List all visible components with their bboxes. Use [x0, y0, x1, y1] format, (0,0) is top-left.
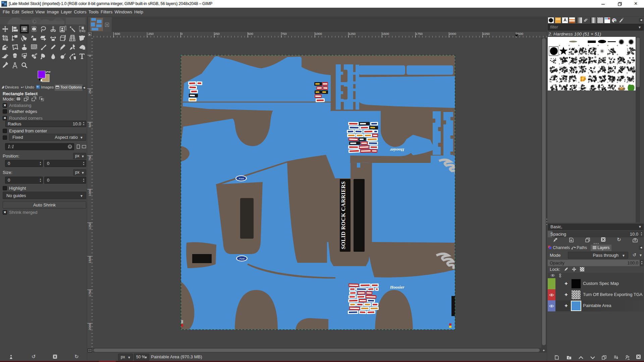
svg-text:+: +: [558, 62, 560, 66]
svg-text:+: +: [568, 53, 570, 56]
svg-text:+: +: [626, 90, 628, 90]
svg-text:+: +: [588, 44, 589, 47]
svg-text:+: +: [616, 81, 618, 84]
svg-text:+: +: [568, 44, 570, 47]
svg-text:+: +: [626, 44, 628, 47]
svg-text:+: +: [558, 53, 560, 56]
svg-text:+: +: [607, 53, 608, 56]
svg-text:+: +: [578, 81, 580, 84]
svg-text:+: +: [607, 44, 608, 47]
svg-text:+: +: [607, 71, 608, 75]
svg-text:+: +: [568, 71, 570, 75]
svg-text:+: +: [616, 90, 618, 90]
svg-text:SOLID ROCK CARRIERS: SOLID ROCK CARRIERS: [340, 181, 346, 249]
svg-text:+: +: [616, 62, 618, 66]
svg-text:+: +: [626, 71, 628, 75]
svg-text:+: +: [597, 53, 599, 56]
svg-text:+: +: [578, 53, 580, 56]
svg-text:Ford: Ford: [239, 177, 244, 180]
svg-text:+: +: [578, 62, 580, 66]
svg-text:+: +: [626, 62, 628, 66]
svg-text:Ford: Ford: [239, 257, 245, 260]
svg-text:+: +: [597, 44, 599, 47]
svg-text:+: +: [626, 53, 628, 56]
svg-text:+: +: [588, 71, 589, 75]
svg-text:+: +: [607, 62, 608, 66]
svg-text:Hoosier: Hoosier: [390, 285, 405, 290]
svg-text:+: +: [607, 90, 608, 90]
svg-text:+: +: [568, 90, 570, 90]
svg-text:+: +: [588, 81, 589, 84]
svg-text:+: +: [597, 81, 599, 84]
svg-text:+: +: [558, 90, 560, 90]
svg-text:+: +: [597, 90, 599, 90]
svg-text:+: +: [626, 81, 628, 84]
svg-text:+: +: [588, 62, 589, 66]
svg-text:+: +: [616, 71, 618, 75]
svg-text:Hoosier: Hoosier: [390, 147, 405, 153]
svg-text:+: +: [558, 81, 560, 84]
svg-text:+: +: [588, 90, 589, 90]
svg-text:+: +: [578, 90, 580, 90]
svg-text:+: +: [607, 81, 608, 84]
svg-text:+: +: [558, 44, 560, 47]
svg-text:+: +: [568, 81, 570, 84]
svg-text:+: +: [597, 62, 599, 66]
svg-text:+: +: [616, 44, 618, 47]
svg-text:+: +: [588, 53, 589, 56]
svg-text:+: +: [597, 71, 599, 75]
svg-text:+: +: [578, 44, 580, 47]
svg-text:+: +: [568, 62, 570, 66]
svg-text:+: +: [558, 71, 560, 75]
svg-text:+: +: [616, 53, 618, 56]
svg-text:+: +: [578, 71, 580, 75]
